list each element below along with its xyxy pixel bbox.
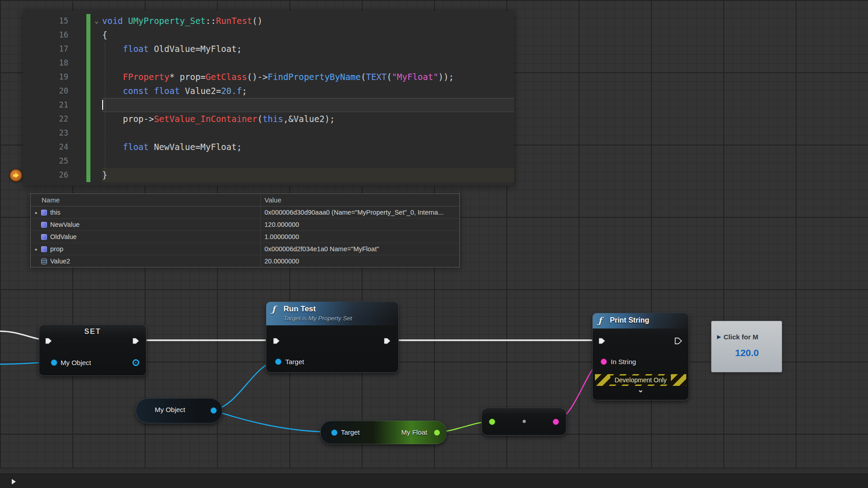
line-number[interactable]: 18 bbox=[23, 56, 68, 70]
code-text bbox=[102, 56, 514, 70]
line-number[interactable]: 26 bbox=[23, 168, 68, 182]
float-to-string-convert-node[interactable] bbox=[481, 408, 566, 436]
in-string-input-pin[interactable] bbox=[601, 359, 607, 365]
code-token: ()-> bbox=[247, 72, 268, 82]
run-test-subtitle: Target is My Property Set bbox=[283, 315, 352, 322]
code-text: } bbox=[102, 168, 514, 182]
code-text: prop->SetValue_InContainer(this,&Value2)… bbox=[102, 112, 514, 126]
code-line-23[interactable]: 23 bbox=[23, 126, 514, 140]
target-input-pin[interactable] bbox=[331, 430, 337, 436]
set-node-title: SET bbox=[39, 328, 146, 336]
execution-pointer-icon[interactable] bbox=[9, 169, 22, 182]
fold-chevron-icon[interactable]: ⌄ bbox=[68, 14, 102, 28]
object-variable-icon bbox=[41, 234, 47, 240]
code-editor[interactable]: 15⌄void UMyProperty_Set::RunTest()16{17 … bbox=[23, 11, 514, 186]
corner-arrow-icon[interactable] bbox=[12, 479, 16, 484]
watch-row-this[interactable]: ▸this0x000006d30d90aaa0 (Name="MyPropert… bbox=[31, 206, 459, 219]
code-line-24[interactable]: 24 float NewValue=MyFloat; bbox=[23, 140, 514, 154]
convert-input-pin[interactable] bbox=[489, 419, 495, 425]
set-variable-node[interactable]: SET My Object bbox=[39, 324, 146, 376]
code-line-20[interactable]: 20 const float Value2=20.f; bbox=[23, 84, 514, 98]
get-my-object-node[interactable]: My Object bbox=[136, 398, 222, 423]
run-test-header[interactable]: ƒ Run Test Target is My Property Set bbox=[266, 302, 398, 325]
code-line-21[interactable]: 21 bbox=[23, 98, 514, 112]
object-wire-myobject-to-myfloat-target[interactable] bbox=[213, 410, 333, 432]
line-number[interactable]: 24 bbox=[23, 140, 68, 154]
name-column-header[interactable]: Name bbox=[31, 194, 260, 206]
line-number[interactable]: 21 bbox=[23, 98, 68, 112]
code-line-17[interactable]: 17 float OldValue=MyFloat; bbox=[23, 42, 514, 56]
code-line-22[interactable]: 22 prop->SetValue_InContainer(this,&Valu… bbox=[23, 112, 514, 126]
variable-value[interactable]: 120.000000 bbox=[260, 219, 459, 230]
fold-gutter bbox=[68, 168, 102, 182]
watch-rows: ▸this0x000006d30d90aaa0 (Name="MyPropert… bbox=[31, 206, 459, 267]
code-token: float bbox=[123, 142, 149, 152]
my-object-input-pin[interactable] bbox=[51, 360, 57, 366]
code-token bbox=[102, 72, 123, 82]
code-token: { bbox=[102, 30, 107, 40]
fold-gutter bbox=[68, 56, 102, 70]
target-pin-label: Target bbox=[285, 357, 304, 366]
collapse-chevron-icon[interactable]: ⌄ bbox=[593, 385, 689, 394]
line-number[interactable]: 19 bbox=[23, 70, 68, 84]
code-token: } bbox=[102, 170, 107, 180]
print-string-node[interactable]: ƒ Print String In String Development Onl… bbox=[592, 313, 689, 400]
line-number[interactable]: 15 bbox=[23, 14, 68, 28]
code-text: void UMyProperty_Set::RunTest() bbox=[102, 14, 514, 28]
line-number[interactable]: 23 bbox=[23, 126, 68, 140]
my-object-label: My Object bbox=[136, 406, 204, 413]
object-variable-icon bbox=[41, 222, 47, 228]
expand-arrow-icon[interactable]: ▸ bbox=[33, 210, 40, 215]
code-token: 20.f bbox=[221, 86, 242, 96]
line-number[interactable]: 16 bbox=[23, 28, 68, 42]
my-object-output-pin[interactable] bbox=[211, 408, 217, 413]
watch-row-OldValue[interactable]: OldValue1.00000000 bbox=[31, 231, 459, 243]
code-line-16[interactable]: 16{ bbox=[23, 28, 514, 42]
code-token: NewValue=MyFloat; bbox=[149, 142, 242, 152]
exec-out-pin[interactable] bbox=[132, 337, 140, 345]
value-column-header[interactable]: Value bbox=[260, 194, 459, 206]
print-string-header[interactable]: ƒ Print String bbox=[593, 313, 689, 328]
fold-gutter bbox=[68, 126, 102, 140]
code-token: FProperty bbox=[123, 72, 170, 82]
code-line-18[interactable]: 18 bbox=[23, 56, 514, 70]
fold-gutter bbox=[68, 154, 102, 168]
exec-out-pin[interactable] bbox=[383, 337, 391, 345]
bottom-panel bbox=[0, 468, 868, 488]
exec-in-pin[interactable] bbox=[45, 337, 52, 345]
target-input-pin[interactable] bbox=[275, 359, 281, 365]
my-float-output-pin[interactable] bbox=[434, 430, 440, 436]
line-number[interactable]: 20 bbox=[23, 84, 68, 98]
watch-row-prop[interactable]: ▸prop0x000006d2f034e1a0 Name="MyFloat" bbox=[31, 243, 459, 255]
debug-value-bubble[interactable]: ▶ Click for M 120.0 bbox=[711, 321, 782, 372]
code-line-19[interactable]: 19 FProperty* prop=GetClass()->FindPrope… bbox=[23, 70, 514, 84]
code-line-15[interactable]: 15⌄void UMyProperty_Set::RunTest() bbox=[23, 14, 514, 28]
variable-value[interactable]: 1.00000000 bbox=[260, 231, 459, 243]
convert-output-pin[interactable] bbox=[553, 419, 559, 425]
code-token: "MyFloat" bbox=[392, 72, 439, 82]
get-my-float-node[interactable]: Target My Float bbox=[320, 421, 447, 444]
exec-in-pin[interactable] bbox=[598, 337, 606, 345]
code-text bbox=[102, 98, 514, 112]
watch-row-NewValue[interactable]: NewValue120.000000 bbox=[31, 219, 459, 231]
variable-value[interactable]: 0x000006d30d90aaa0 (Name="MyProperty_Set… bbox=[260, 206, 459, 218]
run-test-function-node[interactable]: ƒ Run Test Target is My Property Set Tar… bbox=[266, 301, 399, 373]
watch-panel: Name Value ▸this0x000006d30d90aaa0 (Name… bbox=[30, 193, 460, 267]
code-line-25[interactable]: 25 bbox=[23, 154, 514, 168]
bubble-label[interactable]: ▶ Click for M bbox=[717, 333, 782, 341]
line-number[interactable]: 17 bbox=[23, 42, 68, 56]
code-line-26[interactable]: 26} bbox=[23, 168, 514, 182]
variable-value[interactable]: 0x000006d2f034e1a0 Name="MyFloat" bbox=[260, 243, 459, 255]
exec-out-pin[interactable] bbox=[675, 337, 682, 345]
watch-name-cell: OldValue bbox=[31, 231, 260, 243]
fold-gutter bbox=[68, 140, 102, 154]
variable-name: this bbox=[50, 209, 61, 216]
function-icon: ƒ bbox=[598, 315, 602, 325]
exec-in-pin[interactable] bbox=[273, 337, 280, 345]
variable-value[interactable]: 20.0000000 bbox=[260, 255, 459, 267]
object-output-pin[interactable] bbox=[132, 359, 139, 366]
expand-arrow-icon[interactable]: ▸ bbox=[33, 247, 40, 252]
line-number[interactable]: 22 bbox=[23, 112, 68, 126]
watch-row-Value2[interactable]: Value220.0000000 bbox=[31, 255, 459, 267]
line-number[interactable]: 25 bbox=[23, 154, 68, 168]
